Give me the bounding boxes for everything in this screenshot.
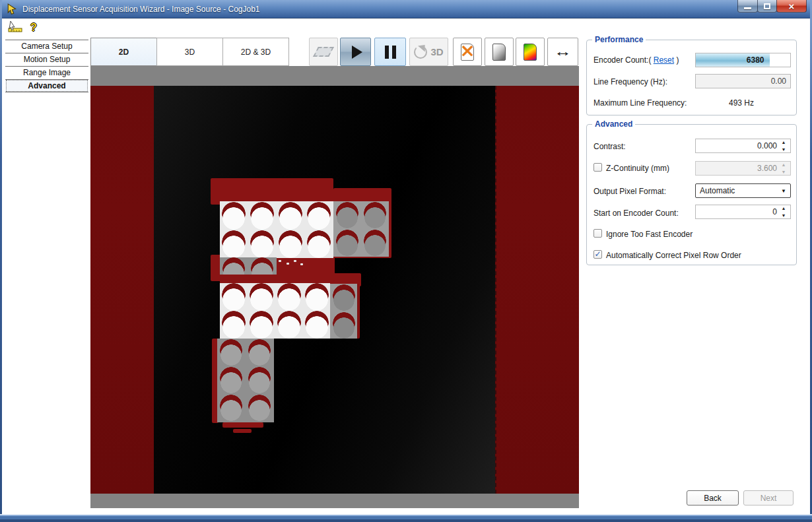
sidebar-item-range-image[interactable]: Range Image <box>5 66 88 79</box>
play-button[interactable] <box>340 38 371 66</box>
lego-brick-gray-bottom <box>217 339 274 422</box>
scene-white-speck <box>279 260 281 262</box>
play-icon <box>352 46 362 59</box>
z-continuity-value: 3.600 <box>757 164 777 173</box>
auto-correct-row-order-label: Automatically Correct Pixel Row Order <box>606 251 741 260</box>
line-frequency-field: 0.00 <box>695 74 791 88</box>
window-title: Displacement Sensor Acquisition Wizard -… <box>22 5 260 14</box>
z-continuity-input: 3.600 ▲▼ <box>695 161 791 176</box>
tab-label: 2D & 3D <box>241 48 271 57</box>
app-icon <box>7 3 18 15</box>
rotate-3d-label: 3D <box>430 46 443 57</box>
group-title: Advanced <box>592 119 635 129</box>
chevron-down-icon: ▼ <box>781 188 786 194</box>
spin-down-icon[interactable]: ▼ <box>782 213 786 218</box>
titlebar[interactable]: Displacement Sensor Acquisition Wizard -… <box>0 0 812 18</box>
palette-none-button[interactable]: ✕ <box>453 38 482 66</box>
window-controls: × <box>738 0 807 13</box>
max-line-frequency-label: Maximum Line Frequency: <box>593 98 687 108</box>
close-button[interactable]: × <box>776 0 807 13</box>
scene-red-region <box>211 178 333 205</box>
laser-shadow-band-right <box>495 86 579 494</box>
range-image-viewport[interactable] <box>90 86 579 494</box>
laser-shadow-band-left <box>90 86 154 494</box>
fit-width-button[interactable]: ↔ <box>547 38 578 66</box>
back-button-label: Back <box>704 494 722 503</box>
tab-label: 3D <box>185 48 195 57</box>
viewer-top-bar <box>90 66 579 86</box>
pause-icon <box>385 46 396 59</box>
tab-label: 2D <box>119 48 129 57</box>
lego-brick-white-middle <box>220 283 330 339</box>
encoder-label-suffix: ) <box>674 55 679 65</box>
contrast-value: 0.000 <box>757 141 777 150</box>
encoder-count-progress: 6380 <box>696 53 770 67</box>
sidebar-item-label: Camera Setup <box>21 42 72 51</box>
help-icon[interactable]: ? <box>30 22 37 33</box>
auto-correct-row-order-checkbox[interactable]: ✓ <box>593 250 602 259</box>
next-button-label: Next <box>761 494 777 503</box>
close-icon: × <box>789 1 795 11</box>
tab-3d[interactable]: 3D <box>156 38 223 66</box>
performance-group: Performance Encoder Count:( Reset ) 6380… <box>586 40 797 115</box>
start-encoder-count-value: 0 <box>772 207 777 216</box>
output-pixel-format-label: Output Pixel Format: <box>593 187 666 196</box>
lego-brick-gray-middle <box>330 284 358 339</box>
wizard-window: Displacement Sensor Acquisition Wizard -… <box>0 0 812 522</box>
checkmark-icon: ✓ <box>594 250 601 258</box>
z-continuity-label: Z-Continuity (mm) <box>606 164 669 173</box>
ignore-too-fast-encoder-checkbox[interactable]: ✓ <box>593 229 602 238</box>
maximize-icon <box>764 3 770 9</box>
maximize-button[interactable] <box>757 0 777 13</box>
sidebar-item-camera-setup[interactable]: Camera Setup <box>5 40 88 53</box>
pause-button[interactable] <box>374 38 406 66</box>
sidebar-toolbar: ? <box>8 21 37 33</box>
tab-2d-and-3d[interactable]: 2D & 3D <box>222 38 289 66</box>
scene-red-noise <box>222 422 263 428</box>
contrast-input[interactable]: 0.000 ▲▼ <box>695 139 791 153</box>
start-encoder-spinner[interactable]: ▲▼ <box>779 206 788 218</box>
z-continuity-checkbox[interactable]: ✓ <box>593 163 602 172</box>
scene-white-speck <box>300 263 303 265</box>
ignore-too-fast-encoder-label: Ignore Too Fast Encoder <box>606 230 693 239</box>
sidebar-item-advanced[interactable]: Advanced <box>5 79 88 92</box>
start-encoder-count-label: Start on Encoder Count: <box>593 209 679 218</box>
viewer-bottom-bar <box>90 494 579 508</box>
output-pixel-format-dropdown[interactable]: Automatic ▼ <box>695 183 791 198</box>
rotate-3d-button: 3D <box>409 38 448 66</box>
minimize-icon <box>744 7 751 9</box>
scene-white-speck <box>287 263 289 265</box>
palette-grayscale-icon <box>492 44 506 61</box>
scene-red-noise <box>233 429 252 433</box>
lego-brick-partial-row <box>220 257 277 275</box>
back-button[interactable]: Back <box>687 490 739 506</box>
wizard-step-list: Camera Setup Motion Setup Range Image Ad… <box>5 40 88 92</box>
fit-width-icon: ↔ <box>554 45 572 59</box>
encoder-count-label: Encoder Count:( Reset ) <box>593 55 679 65</box>
reset-link[interactable]: Reset <box>654 55 674 65</box>
contrast-label: Contrast: <box>593 142 626 151</box>
palette-grayscale-button[interactable] <box>485 38 514 66</box>
tab-2d[interactable]: 2D <box>90 38 157 66</box>
start-encoder-count-input[interactable]: 0 ▲▼ <box>695 205 791 219</box>
rotate-3d-icon <box>414 46 427 59</box>
sidebar-item-label: Range Image <box>23 68 71 77</box>
lego-brick-white-top <box>220 201 333 258</box>
encoder-count-field: 6380 <box>695 53 791 67</box>
spin-down-icon[interactable]: ▼ <box>782 147 786 152</box>
sidebar-item-label: Motion Setup <box>24 55 71 64</box>
contrast-spinner[interactable]: ▲▼ <box>779 140 788 152</box>
spin-up-icon[interactable]: ▲ <box>782 206 786 211</box>
advanced-group: Advanced Contrast: 0.000 ▲▼ ✓ Z-Continui… <box>586 124 797 265</box>
minimize-button[interactable] <box>737 0 758 13</box>
line-frequency-value: 0.00 <box>771 77 786 86</box>
measure-tool-icon[interactable] <box>8 21 24 33</box>
window-frame-bottom <box>0 514 812 522</box>
roi-region-button <box>309 38 338 66</box>
encoder-label-prefix: Encoder Count:( <box>593 55 654 65</box>
max-line-frequency-value: 493 Hz <box>729 98 754 108</box>
encoder-count-value: 6380 <box>747 55 764 65</box>
sidebar-item-motion-setup[interactable]: Motion Setup <box>5 53 88 66</box>
palette-rainbow-button[interactable] <box>516 38 545 66</box>
spin-up-icon[interactable]: ▲ <box>782 140 786 145</box>
